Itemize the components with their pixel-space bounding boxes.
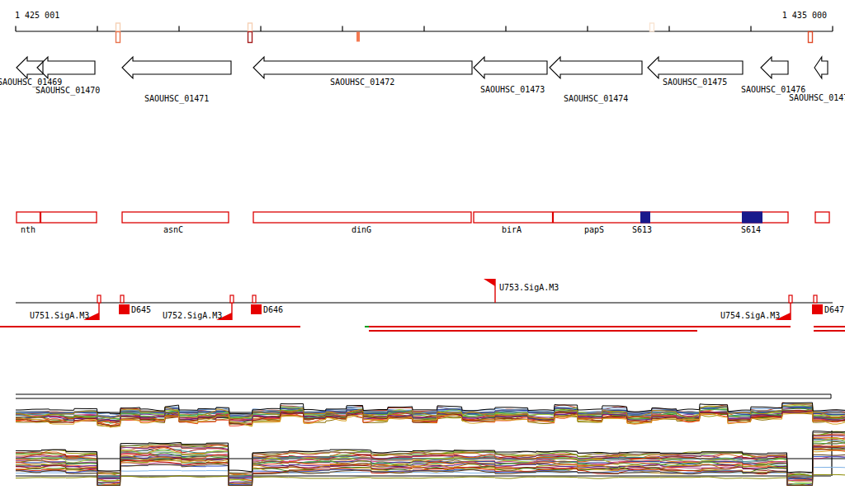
gene-label: SAOUHSC_01477 bbox=[789, 93, 845, 103]
cds-box[interactable] bbox=[815, 212, 829, 223]
ruler-marker-below bbox=[116, 32, 120, 43]
feature-label: S614 bbox=[741, 225, 761, 234]
gene-arrow[interactable] bbox=[17, 57, 43, 78]
cds-box[interactable] bbox=[474, 212, 788, 223]
flag-label: D647 bbox=[824, 305, 844, 314]
profile-line bbox=[16, 440, 845, 479]
feature-label: papS bbox=[584, 225, 604, 234]
feature-label: asnC bbox=[163, 225, 183, 234]
genome-browser: 1 425 001 1 435 000 SAOUHSC_01469SAOUHSC… bbox=[0, 0, 845, 504]
flag-marker bbox=[230, 295, 234, 303]
gene-arrow[interactable] bbox=[550, 57, 642, 78]
flag-pennant[interactable] bbox=[484, 279, 495, 286]
flag-label: U754.SigA.M3 bbox=[720, 311, 780, 320]
ruler-marker-above bbox=[650, 23, 654, 31]
gene-arrow[interactable] bbox=[648, 57, 743, 78]
gene-arrow[interactable] bbox=[37, 57, 95, 78]
flag-label: D646 bbox=[263, 305, 283, 314]
flag-marker bbox=[253, 295, 256, 303]
feature-label: dinG bbox=[352, 225, 371, 234]
flag-label: U752.SigA.M3 bbox=[163, 311, 222, 320]
blue-feature-block[interactable] bbox=[742, 211, 762, 223]
gene-label: SAOUHSC_01475 bbox=[663, 78, 727, 87]
cds-box[interactable] bbox=[122, 212, 229, 223]
gene-arrow[interactable] bbox=[122, 57, 231, 78]
gene-label: SAOUHSC_01470 bbox=[35, 86, 100, 96]
gene-arrow[interactable] bbox=[814, 57, 828, 78]
scene-canvas: SAOUHSC_01469SAOUHSC_01470SAOUHSC_01471S… bbox=[0, 0, 845, 504]
flag-box[interactable] bbox=[119, 304, 130, 314]
ruler-marker-below bbox=[356, 32, 360, 42]
cds-box[interactable] bbox=[253, 212, 471, 223]
flag-label: D645 bbox=[131, 305, 151, 314]
gene-arrow[interactable] bbox=[761, 57, 788, 78]
ruler-marker-above bbox=[248, 23, 253, 31]
flag-box[interactable] bbox=[812, 304, 823, 314]
flag-box[interactable] bbox=[251, 304, 262, 314]
feature-label: birA bbox=[502, 225, 522, 234]
flag-marker bbox=[789, 295, 792, 303]
flag-label: U753.SigA.M3 bbox=[499, 283, 559, 292]
ruler-marker-below bbox=[809, 32, 813, 43]
gene-label: SAOUHSC_01471 bbox=[144, 94, 209, 104]
cds-box[interactable] bbox=[17, 212, 97, 223]
ruler-marker-above bbox=[116, 23, 120, 31]
gene-arrow[interactable] bbox=[474, 57, 547, 78]
gene-arrow[interactable] bbox=[253, 57, 472, 78]
flag-label: U751.SigA.M3 bbox=[30, 311, 89, 320]
blue-feature-block[interactable] bbox=[640, 211, 650, 223]
gene-label: SAOUHSC_01473 bbox=[480, 85, 545, 95]
feature-label: S613 bbox=[632, 225, 652, 234]
flag-marker bbox=[814, 295, 817, 303]
flag-marker bbox=[97, 295, 101, 303]
flag-marker bbox=[120, 295, 124, 303]
feature-label: nth bbox=[21, 225, 35, 234]
gene-label: SAOUHSC_01472 bbox=[330, 78, 394, 87]
ruler-marker-below bbox=[248, 32, 253, 43]
gene-label: SAOUHSC_01474 bbox=[564, 94, 628, 104]
